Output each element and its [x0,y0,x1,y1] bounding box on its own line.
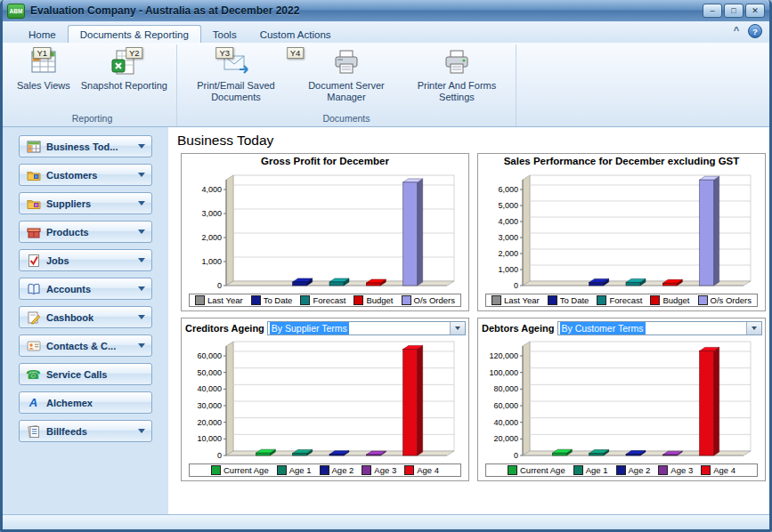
chart-canvas: 010,00020,00030,00040,00050,00060,000 [183,336,467,459]
sidebar-item-alchemex[interactable]: AAlchemex [19,391,152,414]
legend-label: Age 1 [586,465,608,475]
status-bar [3,514,769,529]
legend-swatch [701,465,711,475]
window-title: Evaluation Company - Australia as at Dec… [30,4,299,17]
sidebar-item-jobs[interactable]: Jobs [19,249,152,271]
charts-grid: Gross Profit for December01,0002,0003,00… [181,153,769,481]
sidebar-item-label: Billfeeds [46,426,138,437]
y-axis-label: 80,000 [493,384,518,393]
ageing-filter-combobox[interactable]: By Supplier Terms [267,321,466,335]
y-axis-label: 0 [217,281,222,289]
legend-item: O/s Orders [402,295,455,305]
legend-item: O/s Orders [698,295,752,305]
combobox-arrow-icon[interactable] [746,322,761,335]
legend-item: Age 1 [277,465,312,475]
legend-item: Age 2 [320,465,354,475]
y-axis-label: 5,000 [498,201,518,210]
snapshot-reporting-button[interactable]: Snapshot Reporting [77,44,172,93]
help-icon[interactable]: ? [748,24,762,38]
legend-item: Age 4 [404,465,439,475]
chart-header: Creditors AgeingBy Supplier Terms [182,318,468,336]
sidebar-item-billfeeds[interactable]: Billfeeds [19,420,152,442]
legend-item: Current Age [508,465,565,475]
tab-label: Tools [213,29,237,40]
legend-swatch [573,465,583,475]
customers-icon [26,167,41,182]
printer-and-forms-settings-button[interactable]: Printer And Forms Settings [402,44,511,103]
page-title: Business Today [174,131,769,153]
sidebar-item-customers[interactable]: Customers [19,164,152,186]
sidebar-item-label: Cashbook [46,312,138,323]
sidebar-item-accounts[interactable]: Accounts [19,278,152,300]
workspace: Business Tod...CustomersSuppliersProduct… [3,127,769,514]
chevron-down-icon [138,315,145,319]
legend-label: Age 2 [332,465,354,475]
sidebar-item-label: Customers [46,170,138,181]
sidebar-item-label: Business Tod... [46,141,138,152]
legend-item: Age 3 [362,465,396,475]
legend-swatch [658,465,668,475]
legend-label: Age 2 [629,465,651,475]
legend-label: Forecast [609,295,642,305]
ribbon: Sales ViewsSnapshot ReportingReportingPr… [3,43,769,127]
window-controls: – □ ✕ [703,4,765,18]
legend-swatch [597,295,606,305]
minimize-button[interactable]: – [703,4,722,18]
y-axis-label: 1,000 [498,265,518,274]
legend-swatch [300,295,310,305]
combobox-arrow-icon[interactable] [450,322,465,335]
maximize-button[interactable]: □ [724,4,744,18]
close-button[interactable]: ✕ [745,4,765,18]
sidebar-item-cashbook[interactable]: Cashbook [19,306,152,328]
legend-item: To Date [251,295,293,305]
chevron-down-icon [138,258,145,262]
legend-label: Last Year [207,295,243,305]
sidebar-item-products[interactable]: Products [19,221,152,243]
y-axis-label: 100,000 [489,368,518,377]
collapse-ribbon-icon[interactable]: ^ [730,26,743,36]
tab-documents-reporting[interactable]: Documents & ReportingY2 [68,25,201,43]
sidebar-item-label: Contacts & C... [46,341,138,351]
ribbon-tabs: HomeY1Documents & ReportingY2ToolsY3Cust… [3,21,769,43]
keytip-badge: Y3 [215,47,233,59]
y-axis-label: 0 [514,281,518,289]
tab-label: Custom Actions [260,29,331,40]
chart-header: Debtors AgeingBy Customer Terms [478,318,765,336]
print-email-saved-documents-button[interactable]: Print/Email Saved Documents [182,44,290,103]
suppliers-icon [26,196,41,211]
y-axis-label: 3,000 [201,209,222,218]
y-axis-label: 6,000 [498,185,518,194]
abm-app-icon: ABM [7,4,25,19]
legend-label: Age 3 [670,465,693,475]
sidebar: Business Tod...CustomersSuppliersProduct… [3,127,168,514]
keytip-badge: Y4 [287,47,305,59]
tab-home[interactable]: HomeY1 [17,26,68,43]
legend-label: Forecast [313,295,345,305]
ribbon-button-label: Sales Views [17,80,70,92]
legend-swatch [508,465,517,475]
ribbon-button-label: Printer And Forms Settings [407,80,507,102]
bar-o-s-orders [403,179,423,286]
legend-swatch [353,295,363,305]
sidebar-item-service-calls[interactable]: ☎Service Calls [19,363,152,385]
sidebar-item-label: Accounts [46,284,138,294]
y-axis-label: 40,000 [197,384,222,393]
bar-age-4 [403,346,423,455]
sidebar-item-contacts-c[interactable]: Contacts & C... [19,335,152,357]
sidebar-item-suppliers[interactable]: Suppliers [19,192,152,214]
legend-item: Age 3 [658,465,693,475]
legend-label: Current Age [520,465,565,475]
contacts-icon [26,338,41,353]
y-axis-label: 3,000 [498,233,518,242]
tab-tools[interactable]: ToolsY3 [201,26,248,43]
sidebar-item-business-tod[interactable]: Business Tod... [19,135,152,157]
keytip-badge: Y2 [126,47,143,59]
document-server-manager-button[interactable]: Document Server Manager [292,44,401,103]
tab-custom-actions[interactable]: Custom ActionsY4 [248,26,343,43]
legend-item: Current Age [211,465,269,475]
y-axis-label: 40,000 [493,418,518,427]
ageing-filter-combobox[interactable]: By Customer Terms [557,321,763,335]
chart-canvas: 01,0002,0003,0004,000 [183,170,467,289]
chart-title: Gross Profit for December [182,154,468,170]
y-axis-label: 60,000 [197,351,222,360]
